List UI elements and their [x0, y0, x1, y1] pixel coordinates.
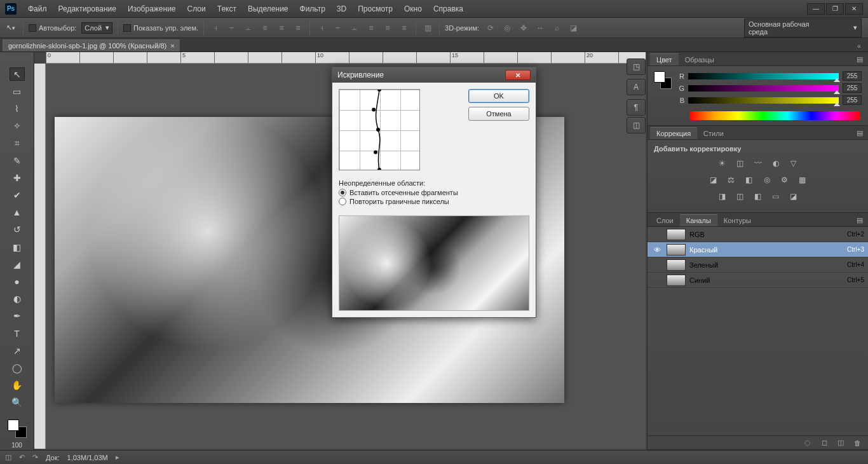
eraser-tool[interactable]: ◧: [10, 240, 25, 254]
dist-top-icon[interactable]: ⫞: [315, 22, 328, 34]
align-vcenter-icon[interactable]: ⫟: [226, 22, 238, 34]
horizontal-ruler[interactable]: 0 5 10 15 20: [46, 52, 646, 64]
3d-slide-icon[interactable]: ↔: [534, 22, 546, 34]
fg-swatch[interactable]: [654, 71, 665, 83]
3d-camera-icon[interactable]: ◪: [567, 22, 580, 34]
menu-select[interactable]: Выделение: [243, 2, 294, 16]
blur-tool[interactable]: ●: [10, 275, 25, 288]
panel-menu-icon[interactable]: ▤: [851, 214, 868, 226]
cancel-button[interactable]: Отмена: [468, 107, 529, 121]
dist-left-icon[interactable]: ≡: [365, 22, 377, 34]
type-tool[interactable]: T: [10, 327, 25, 340]
dist-right-icon[interactable]: ≡: [398, 22, 410, 34]
dialog-close-button[interactable]: ✕: [505, 70, 531, 80]
slider-thumb-icon[interactable]: [834, 90, 840, 94]
r-value[interactable]: 255: [843, 71, 862, 81]
align-top-icon[interactable]: ⫞: [209, 22, 222, 34]
vertical-ruler[interactable]: [34, 64, 46, 449]
3d-orbit-icon[interactable]: ⟳: [484, 22, 497, 34]
vibrance-icon[interactable]: ▽: [787, 158, 800, 169]
path-select-tool[interactable]: ↗: [10, 344, 25, 357]
save-selection-icon[interactable]: ◻: [818, 438, 830, 448]
align-bottom-icon[interactable]: ⫠: [242, 22, 255, 34]
dist-vcenter-icon[interactable]: ⫟: [332, 22, 344, 34]
maximize-button[interactable]: ❐: [826, 3, 844, 15]
history-dock-icon[interactable]: ◳: [627, 58, 646, 75]
stamp-tool[interactable]: ▲: [10, 206, 25, 219]
dist-bottom-icon[interactable]: ⫠: [348, 22, 361, 34]
character-dock-icon[interactable]: A: [627, 79, 646, 95]
slider-thumb-icon[interactable]: [834, 78, 840, 82]
exposure-icon[interactable]: ◐: [770, 158, 782, 169]
document-tab[interactable]: gornolizhnie-skloni-spb-1.jpg @ 100% (Кр…: [3, 39, 180, 51]
tab-channels[interactable]: Каналы: [680, 214, 717, 226]
lookup-icon[interactable]: ▦: [796, 174, 809, 186]
b-slider[interactable]: [688, 97, 839, 104]
align-hcenter-icon[interactable]: ≡: [275, 22, 288, 34]
align-left-icon[interactable]: ≡: [259, 22, 271, 34]
shape-tool[interactable]: ◯: [10, 361, 25, 374]
zoom-tool[interactable]: 🔍: [10, 396, 25, 409]
3d-pan-icon[interactable]: ✥: [517, 22, 530, 34]
tool-preset-icon[interactable]: ↖▾: [6, 24, 18, 32]
crop-tool[interactable]: ⌗: [10, 137, 25, 150]
channel-mixer-icon[interactable]: ⚙: [778, 174, 791, 186]
history-brush-tool[interactable]: ↺: [10, 223, 25, 236]
radio-repeat-edge[interactable]: Повторить граничные пикселы: [339, 198, 529, 205]
pen-tool[interactable]: ✒: [10, 310, 25, 323]
layer-select[interactable]: Слой ▾: [81, 22, 112, 34]
threshold-icon[interactable]: ◧: [752, 191, 764, 202]
lasso-tool[interactable]: ⌇: [10, 102, 25, 115]
minimize-button[interactable]: —: [807, 3, 825, 15]
menu-edit[interactable]: Редактирование: [53, 2, 121, 16]
selective-color-icon[interactable]: ◪: [787, 191, 800, 202]
menu-file[interactable]: Файл: [23, 2, 52, 16]
panel-menu-icon[interactable]: ▤: [851, 127, 868, 139]
brightness-icon[interactable]: ☀: [716, 158, 729, 169]
channel-row-blue[interactable]: Синий Ctrl+5: [648, 273, 868, 288]
g-value[interactable]: 255: [843, 83, 862, 93]
curve-grid[interactable]: [339, 89, 420, 170]
foreground-color-swatch[interactable]: [8, 420, 19, 431]
r-slider[interactable]: [688, 73, 839, 79]
dist-hcenter-icon[interactable]: ≡: [381, 22, 394, 34]
hue-bar[interactable]: [689, 111, 860, 120]
magic-wand-tool[interactable]: ✧: [10, 119, 25, 133]
move-tool[interactable]: ↖: [10, 67, 25, 81]
delete-channel-icon[interactable]: 🗑: [851, 438, 863, 448]
menu-3d[interactable]: 3D: [332, 2, 351, 16]
align-right-icon[interactable]: ≡: [292, 22, 304, 34]
posterize-icon[interactable]: ◫: [734, 191, 747, 202]
hand-tool[interactable]: ✋: [10, 379, 25, 392]
channel-row-green[interactable]: Зеленый Ctrl+4: [648, 257, 868, 273]
dodge-tool[interactable]: ◐: [10, 292, 25, 306]
gradient-map-icon[interactable]: ▭: [770, 191, 782, 202]
tab-styles[interactable]: Стили: [697, 128, 730, 139]
tab-swatches[interactable]: Образцы: [679, 54, 721, 65]
close-icon[interactable]: ×: [170, 42, 174, 50]
tab-layers[interactable]: Слои: [650, 215, 680, 226]
auto-align-icon[interactable]: ▥: [421, 22, 434, 34]
new-channel-icon[interactable]: ◫: [835, 438, 846, 448]
bw-icon[interactable]: ◧: [743, 174, 756, 186]
ok-button[interactable]: OK: [468, 89, 529, 103]
menu-image[interactable]: Изображение: [123, 2, 181, 16]
photo-filter-icon[interactable]: ◎: [761, 174, 773, 186]
properties-dock-icon[interactable]: ◫: [627, 117, 646, 133]
3d-zoom-icon[interactable]: ⌕: [550, 22, 563, 34]
expand-panels-icon[interactable]: «: [851, 40, 867, 51]
marquee-tool[interactable]: ▭: [10, 85, 25, 98]
dialog-titlebar[interactable]: Искривление ✕: [332, 67, 536, 83]
panel-menu-icon[interactable]: ▤: [851, 53, 868, 65]
levels-icon[interactable]: ◫: [734, 158, 747, 169]
load-selection-icon[interactable]: ◌: [802, 438, 813, 448]
menu-type[interactable]: Текст: [212, 2, 241, 16]
auto-select-checkbox[interactable]: Автовыбор:: [29, 24, 76, 32]
3d-roll-icon[interactable]: ◎: [501, 22, 513, 34]
zoom-status-icon[interactable]: ◫: [5, 453, 11, 461]
color-panel-swatches[interactable]: [654, 71, 672, 89]
tab-paths[interactable]: Контуры: [717, 215, 757, 226]
eyedropper-tool[interactable]: ✎: [10, 154, 25, 167]
color-balance-icon[interactable]: ⚖: [725, 174, 738, 186]
tab-adjustments[interactable]: Коррекция: [650, 127, 697, 139]
